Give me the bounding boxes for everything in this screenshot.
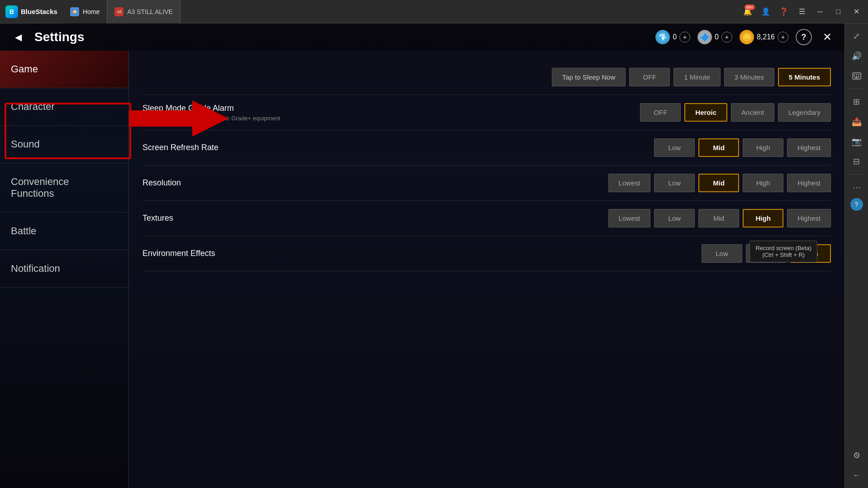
refresh-mid-button[interactable]: Mid <box>698 138 739 157</box>
sleep-mode-controls: Tap to Sleep Now OFF 1 Minute 3 Minutes … <box>278 68 831 86</box>
sidebar-divider-2 <box>850 174 863 175</box>
game-tab-icon: A3 <box>114 7 123 16</box>
sleep-1min-button[interactable]: 1 Minute <box>674 68 721 86</box>
sidebar-item-battle[interactable]: Battle <box>0 213 128 250</box>
gold-icon: 🪙 <box>740 30 754 44</box>
resolution-row: Resolution Lowest Low Mid High Highest <box>142 166 831 201</box>
tex-lowest-button[interactable]: Lowest <box>608 209 651 227</box>
notification-badge: 99+ <box>745 5 755 10</box>
environment-controls: Low Mid High <box>278 244 831 263</box>
sidebar-sound-label: Sound <box>11 138 40 150</box>
fullscreen-icon[interactable]: ⤢ <box>848 27 866 45</box>
tab-game[interactable]: A3 A3 STILL ALIVE <box>107 0 180 24</box>
minimize-button[interactable]: ─ <box>812 4 828 20</box>
sidebar-battle-label: Battle <box>11 225 36 237</box>
blue-gem-icon: 💎 <box>655 30 670 44</box>
sleep-5min-button[interactable]: 5 Minutes <box>778 68 831 86</box>
currency-silver: 🔷 0 + <box>697 30 732 44</box>
game-content: ◀ Settings 💎 0 + 🔷 0 + 🪙 8,216 + ? ✕ <box>0 24 844 488</box>
calendar-icon[interactable]: ⊞ <box>848 93 866 111</box>
resolution-label: Resolution <box>142 178 278 188</box>
tex-low-button[interactable]: Low <box>654 209 695 227</box>
refresh-high-button[interactable]: High <box>743 138 783 157</box>
back-button[interactable]: ◀ <box>9 28 27 46</box>
tab-game-label: A3 STILL ALIVE <box>127 8 173 15</box>
add-gold-button[interactable]: + <box>778 32 788 43</box>
gold-value: 8,216 <box>757 33 775 41</box>
ingame-help-button[interactable]: ? <box>796 29 812 45</box>
sleep-alarm-row: Sleep Mode Grade Alarm Ring alarm upon a… <box>142 95 831 130</box>
silver-icon: 🔷 <box>697 30 712 44</box>
record-icon[interactable]: ⊟ <box>848 152 866 171</box>
close-button[interactable]: ✕ <box>848 4 864 20</box>
svg-rect-5 <box>854 76 855 77</box>
bluestacks-logo: B BlueStacks <box>0 5 63 18</box>
sidebar-character-label: Character <box>11 101 55 112</box>
res-low-button[interactable]: Low <box>654 174 695 192</box>
main-area: ◀ Settings 💎 0 + 🔷 0 + 🪙 8,216 + ? ✕ <box>0 24 868 488</box>
upload-icon[interactable]: 📤 <box>848 113 866 131</box>
tab-home[interactable]: 🏠 Home <box>63 0 107 24</box>
account-button[interactable]: 👤 <box>758 4 774 20</box>
bs-logo-icon: B <box>5 5 18 18</box>
sleep-alarm-sublabel: Ring alarm upon acquiring Heroic Grade+ … <box>142 115 280 122</box>
tooltip-line2: (Ctrl + Shift + R) <box>762 251 805 258</box>
sleep-off-button[interactable]: OFF <box>629 68 670 86</box>
sidebar-item-game[interactable]: Game <box>0 51 128 88</box>
sleep-3min-button[interactable]: 3 Minutes <box>724 68 774 86</box>
textures-controls: Lowest Low Mid High Highest <box>278 209 831 227</box>
sidebar-item-sound[interactable]: Sound <box>0 126 128 163</box>
sidebar-game-label: Game <box>11 63 38 75</box>
res-highest-button[interactable]: Highest <box>787 174 831 192</box>
ingame-close-button[interactable]: ✕ <box>819 31 835 43</box>
sidebar-gear-icon[interactable]: ⚙ <box>848 446 866 464</box>
refresh-rate-controls: Low Mid High Highest <box>278 138 831 157</box>
tab-home-label: Home <box>83 8 100 15</box>
ingame-topbar: ◀ Settings 💎 0 + 🔷 0 + 🪙 8,216 + ? ✕ <box>0 24 844 51</box>
maximize-button[interactable]: □ <box>830 4 846 20</box>
help-button[interactable]: ❓ <box>776 4 792 20</box>
top-right-icons: 🔔 99+ 👤 ❓ ☰ ─ □ ✕ <box>740 4 868 20</box>
env-low-button[interactable]: Low <box>702 244 742 263</box>
sleep-alarm-title: Sleep Mode Grade Alarm <box>142 104 280 113</box>
bluestacks-topbar: B BlueStacks 🏠 Home A3 A3 STILL ALIVE 🔔 … <box>0 0 868 24</box>
notification-button[interactable]: 🔔 99+ <box>740 4 756 20</box>
sidebar-item-convenience[interactable]: ConvenienceFunctions <box>0 163 128 213</box>
svg-rect-3 <box>856 74 857 75</box>
more-icon[interactable]: ⋯ <box>848 178 866 196</box>
environment-label: Environment Effects <box>142 249 278 258</box>
settings-title: Settings <box>34 30 84 44</box>
tex-highest-button[interactable]: Highest <box>787 209 831 227</box>
tex-mid-button[interactable]: Mid <box>698 209 739 227</box>
alarm-ancient-button[interactable]: Ancient <box>731 103 774 122</box>
refresh-rate-label: Screen Refresh Rate <box>142 143 278 152</box>
sidebar-help-icon[interactable]: ? <box>850 198 863 211</box>
settings-body: Game Character Sound ConvenienceFunction… <box>0 51 844 488</box>
sidebar-notification-label: Notification <box>11 263 60 274</box>
res-lowest-button[interactable]: Lowest <box>608 174 651 192</box>
sleep-mode-row: Tap to Sleep Now OFF 1 Minute 3 Minutes … <box>142 60 831 95</box>
textures-label: Textures <box>142 213 278 223</box>
tap-sleep-now-button[interactable]: Tap to Sleep Now <box>552 68 626 86</box>
camera-icon[interactable]: 📷 <box>848 133 866 151</box>
tex-high-button[interactable]: High <box>743 209 783 227</box>
svg-rect-4 <box>858 74 859 75</box>
res-high-button[interactable]: High <box>743 174 783 192</box>
sidebar-back-icon[interactable]: ← <box>848 466 866 484</box>
alarm-off-button[interactable]: OFF <box>640 103 681 122</box>
alarm-legendary-button[interactable]: Legendary <box>778 103 831 122</box>
volume-icon[interactable]: 🔊 <box>848 47 866 65</box>
add-silver-button[interactable]: + <box>721 32 732 43</box>
keyboard-icon[interactable] <box>848 67 866 85</box>
silver-value: 0 <box>715 33 719 41</box>
res-mid-button[interactable]: Mid <box>698 174 739 192</box>
right-sidebar: ⤢ 🔊 ⊞ 📤 📷 ⊟ ⋯ ? ⚙ ← <box>844 24 868 488</box>
alarm-heroic-button[interactable]: Heroic <box>684 103 727 122</box>
add-blue-gem-button[interactable]: + <box>679 32 690 43</box>
refresh-low-button[interactable]: Low <box>654 138 695 157</box>
sleep-alarm-label-container: Sleep Mode Grade Alarm Ring alarm upon a… <box>142 104 280 122</box>
sidebar-item-notification[interactable]: Notification <box>0 250 128 288</box>
menu-button[interactable]: ☰ <box>794 4 810 20</box>
sidebar-item-character[interactable]: Character <box>0 88 128 126</box>
refresh-highest-button[interactable]: Highest <box>787 138 831 157</box>
